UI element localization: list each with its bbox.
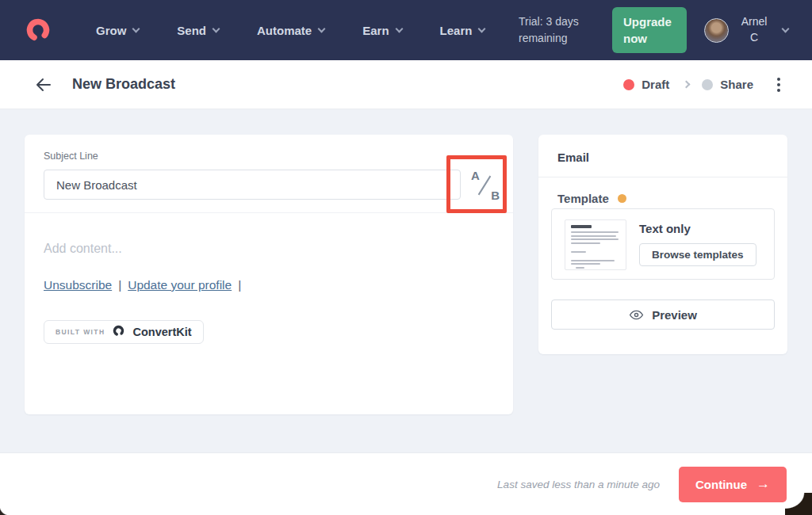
- menu-automate-label: Automate: [257, 24, 312, 37]
- upgrade-now-button[interactable]: Upgrade now: [612, 7, 687, 53]
- template-status-dot: [618, 194, 626, 203]
- kebab-menu-button[interactable]: [774, 74, 783, 95]
- subject-line-label: Subject Line: [44, 151, 98, 162]
- convertkit-badge-logo-icon: [112, 324, 125, 341]
- chevron-down-icon: [213, 25, 220, 32]
- update-profile-link[interactable]: Update your profile: [128, 278, 232, 292]
- built-with-convertkit-badge[interactable]: BUILT WITH ConvertKit: [44, 320, 204, 344]
- share-status-dot: [702, 79, 713, 90]
- footer-bar: Last saved less than a minute ago Contin…: [0, 452, 812, 515]
- continue-button[interactable]: Continue →: [679, 467, 787, 502]
- browse-templates-button[interactable]: Browse templates: [639, 243, 756, 266]
- main-menu: Grow Send Automate Earn Learn: [96, 24, 485, 37]
- template-name: Text only: [639, 222, 691, 235]
- page-header: New Broadcast Draft Share: [0, 60, 812, 109]
- preview-button[interactable]: Preview: [551, 299, 775, 330]
- screenshot-corner-artifact: [785, 493, 812, 515]
- template-label: Template: [557, 192, 609, 205]
- menu-learn-label: Learn: [440, 24, 473, 37]
- back-arrow-button[interactable]: [34, 75, 53, 94]
- divider: [538, 177, 787, 177]
- page-title: New Broadcast: [72, 76, 175, 93]
- ab-slash-icon: [478, 176, 492, 196]
- email-settings-card: Email Template Text: [538, 135, 787, 354]
- user-name: Arnel C: [737, 14, 772, 45]
- unsubscribe-link[interactable]: Unsubscribe: [44, 278, 112, 292]
- menu-automate[interactable]: Automate: [257, 24, 324, 37]
- arrow-right-icon: →: [756, 476, 770, 492]
- preview-label: Preview: [652, 308, 697, 322]
- menu-learn[interactable]: Learn: [440, 24, 485, 37]
- link-separator: |: [238, 278, 241, 292]
- convertkit-logo-icon[interactable]: [24, 16, 52, 44]
- template-selector: Text only Browse templates: [551, 208, 775, 280]
- menu-send[interactable]: Send: [177, 24, 219, 37]
- user-menu[interactable]: Arnel C: [704, 14, 788, 45]
- content-area: Subject Line A B Add content... Unsubscr…: [0, 109, 812, 452]
- navbar-right: Trial: 3 days remaining Upgrade now Arne…: [519, 7, 788, 53]
- broadcast-editor-card: Subject Line A B Add content... Unsubscr…: [25, 135, 513, 414]
- continue-label: Continue: [695, 478, 747, 491]
- top-navbar: Grow Send Automate Earn Learn Trial: 3 d…: [0, 0, 812, 60]
- arrow-left-icon: [34, 75, 53, 94]
- ab-test-b-label: B: [491, 189, 500, 202]
- email-panel-title: Email: [557, 151, 589, 164]
- built-with-label: BUILT WITH: [56, 328, 105, 336]
- template-row: Template: [557, 192, 626, 205]
- draft-status-dot: [623, 79, 634, 90]
- step-share[interactable]: Share: [720, 78, 753, 91]
- screenshot-corner-artifact: [0, 505, 10, 515]
- menu-send-label: Send: [177, 24, 206, 37]
- email-footer-links: Unsubscribe | Update your profile |: [44, 278, 241, 292]
- autosave-status: Last saved less than a minute ago: [497, 479, 660, 490]
- link-separator: |: [118, 278, 121, 292]
- broadcast-steps: Draft Share: [623, 74, 783, 95]
- convertkit-brand-label: ConvertKit: [132, 326, 191, 338]
- chevron-down-icon: [132, 25, 140, 32]
- step-draft[interactable]: Draft: [642, 78, 669, 91]
- menu-grow-label: Grow: [96, 24, 126, 37]
- ab-test-button[interactable]: A B: [462, 166, 507, 204]
- menu-earn-label: Earn: [362, 24, 389, 37]
- template-thumbnail[interactable]: [565, 219, 626, 270]
- email-body-placeholder[interactable]: Add content...: [44, 242, 122, 256]
- chevron-down-icon: [478, 25, 486, 32]
- subject-line-input[interactable]: [44, 170, 461, 200]
- chevron-right-icon: [683, 81, 691, 89]
- chevron-down-icon: [782, 25, 790, 32]
- menu-earn[interactable]: Earn: [362, 24, 401, 37]
- eye-icon: [629, 307, 644, 322]
- menu-grow[interactable]: Grow: [96, 24, 139, 37]
- chevron-down-icon: [395, 25, 403, 32]
- trial-countdown: Trial: 3 days remaining: [519, 13, 595, 47]
- divider: [25, 212, 513, 213]
- ab-test-a-label: A: [471, 169, 480, 182]
- app-window: Grow Send Automate Earn Learn Trial: 3 d…: [0, 0, 812, 515]
- avatar: [704, 18, 729, 43]
- chevron-down-icon: [318, 25, 326, 32]
